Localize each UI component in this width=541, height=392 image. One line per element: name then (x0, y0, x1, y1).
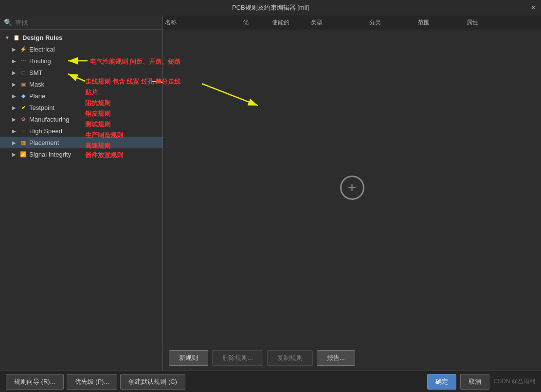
copy-rule-button[interactable]: 复制规则 (267, 350, 313, 366)
add-rule-button[interactable]: + (340, 176, 364, 200)
expand-arrow-signal-integrity: ▶ (11, 151, 18, 158)
title-bar: PCB规则及约束编辑器 [mil] × (0, 0, 541, 16)
placement-icon: ▦ (19, 139, 27, 146)
mask-label: Mask (29, 81, 44, 88)
manufacturing-icon: ⚙ (19, 115, 27, 123)
routing-label: Routing (29, 57, 51, 65)
table-header: 名称 优 使能的 类型 分类 范围 属性 (163, 16, 541, 30)
close-button[interactable]: × (525, 0, 541, 16)
left-panel: 🔍 ▼ 📋 Design Rules ▶ ⚡ Electrical ▶ 〰 Ro… (0, 16, 163, 371)
testpoint-icon: ✔ (19, 104, 27, 111)
tree-item-mask[interactable]: ▶ ▣ Mask (0, 78, 162, 90)
search-input[interactable] (15, 19, 159, 26)
placement-label: Placement (29, 139, 59, 146)
routing-icon: 〰 (19, 57, 27, 65)
table-content: + (163, 30, 541, 345)
footer-right: 确定 取消 CSDN @益雨利 (427, 374, 535, 390)
watermark: CSDN @益雨利 (493, 377, 535, 386)
tree-item-manufacturing[interactable]: ▶ ⚙ Manufacturing (0, 113, 162, 125)
electrical-label: Electrical (29, 46, 55, 53)
mask-icon: ▣ (19, 80, 27, 88)
col-header-category: 分类 (367, 18, 416, 27)
col-header-scope: 范围 (416, 18, 465, 27)
expand-arrow-smt: ▶ (11, 69, 18, 76)
search-box: 🔍 (0, 16, 162, 30)
tree-item-routing[interactable]: ▶ 〰 Routing (0, 55, 162, 67)
tree-item-smt[interactable]: ▶ □ SMT (0, 67, 162, 78)
col-header-priority: 优 (241, 18, 270, 27)
plane-label: Plane (29, 92, 45, 100)
priority-button[interactable]: 优先级 (P)... (67, 374, 118, 390)
tree-item-electrical[interactable]: ▶ ⚡ Electrical (0, 43, 162, 55)
right-bottom-buttons: 新规则 删除规则... 复制规则 报告... (163, 345, 541, 371)
tree-root-design-rules[interactable]: ▼ 📋 Design Rules (0, 32, 162, 43)
col-header-type: 类型 (309, 18, 367, 27)
root-label: Design Rules (22, 34, 62, 41)
svg-line-5 (202, 84, 258, 106)
cancel-button[interactable]: 取消 (460, 374, 489, 390)
highspeed-label: High Speed (29, 127, 62, 135)
tree-container: ▼ 📋 Design Rules ▶ ⚡ Electrical ▶ 〰 Rout… (0, 30, 162, 371)
smt-label: SMT (29, 69, 42, 76)
expand-arrow-placement: ▶ (11, 139, 18, 146)
expand-arrow-testpoint: ▶ (11, 104, 18, 111)
window-title: PCB规则及约束编辑器 [mil] (232, 3, 309, 12)
footer: 规则向导 (R)... 优先级 (P)... 创建默认规则 (C) 确定 取消 … (0, 371, 541, 392)
expand-arrow-electrical: ▶ (11, 46, 18, 53)
right-panel: 名称 优 使能的 类型 分类 范围 属性 + 新规则 删除规则 (163, 16, 541, 371)
testpoint-label: Testpoint (29, 104, 54, 111)
col-header-name: 名称 (163, 18, 241, 27)
main-content: 🔍 ▼ 📋 Design Rules ▶ ⚡ Electrical ▶ 〰 Ro… (0, 16, 541, 371)
expand-arrow-routing: ▶ (11, 57, 18, 64)
signal-integrity-icon: 📶 (19, 150, 27, 158)
expand-arrow-manufacturing: ▶ (11, 116, 18, 123)
search-icon: 🔍 (4, 18, 12, 26)
report-button[interactable]: 报告... (317, 350, 355, 366)
tree-item-placement[interactable]: ▶ ▦ Placement (0, 137, 162, 148)
delete-rule-button[interactable]: 删除规则... (212, 350, 263, 366)
plane-icon: ◆ (19, 92, 27, 100)
tree-item-highspeed[interactable]: ▶ ≡ High Speed (0, 125, 162, 137)
expand-arrow-highspeed: ▶ (11, 127, 18, 134)
new-rule-button[interactable]: 新规则 (169, 350, 208, 366)
col-header-enabled: 使能的 (270, 18, 309, 27)
footer-left: 规则向导 (R)... 优先级 (P)... 创建默认规则 (C) (6, 374, 185, 390)
expand-arrow-plane: ▶ (11, 92, 18, 99)
smt-icon: □ (19, 69, 27, 76)
highspeed-icon: ≡ (19, 127, 27, 135)
electrical-icon: ⚡ (19, 45, 27, 53)
tree-item-signal-integrity[interactable]: ▶ 📶 Signal Integrity (0, 148, 162, 160)
manufacturing-label: Manufacturing (29, 116, 69, 123)
col-header-attrs: 属性 (465, 18, 541, 27)
expand-arrow-mask: ▶ (11, 81, 18, 88)
rule-wizard-button[interactable]: 规则向导 (R)... (6, 374, 64, 390)
root-icon: 📋 (13, 34, 20, 41)
expand-arrow-root: ▼ (4, 34, 11, 41)
confirm-button[interactable]: 确定 (427, 374, 456, 390)
tree-item-testpoint[interactable]: ▶ ✔ Testpoint (0, 102, 162, 113)
create-default-button[interactable]: 创建默认规则 (C) (120, 374, 185, 390)
tree-item-plane[interactable]: ▶ ◆ Plane (0, 90, 162, 102)
signal-integrity-label: Signal Integrity (29, 151, 71, 158)
